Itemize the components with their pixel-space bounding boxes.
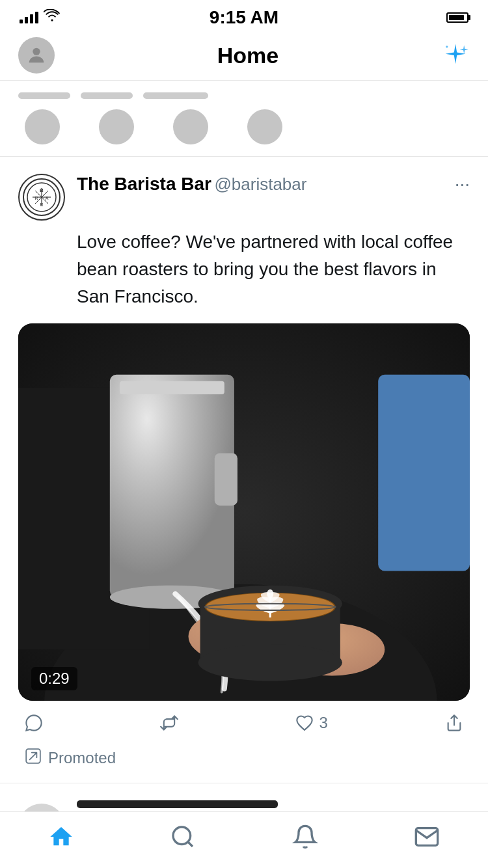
nav-bar: Home	[0, 31, 488, 81]
tweet-author-handle: @baristabar	[214, 174, 306, 194]
tweet-actions: 3	[18, 701, 470, 744]
promoted-row: Promoted	[18, 744, 470, 783]
svg-text:A: A	[46, 196, 49, 200]
promoted-arrow-icon	[25, 748, 42, 765]
video-duration: 0:29	[31, 667, 77, 690]
story-avatar-1[interactable]	[25, 109, 60, 144]
status-right	[446, 12, 468, 23]
svg-point-1	[446, 46, 448, 47]
status-left	[20, 9, 61, 25]
tweet-card: B R A R The Barista Bar @baristabar ··· …	[0, 157, 488, 783]
promoted-icon	[25, 748, 42, 768]
stories-circles	[18, 109, 470, 144]
story-avatar-4[interactable]	[247, 109, 282, 144]
story-line-3	[143, 92, 208, 99]
sparkle-button[interactable]	[441, 41, 470, 70]
status-bar: 9:15 AM	[0, 0, 488, 31]
stories-section	[0, 81, 488, 157]
like-count: 3	[319, 714, 327, 732]
messages-icon	[414, 824, 440, 850]
wifi-icon	[44, 9, 61, 25]
tab-messages[interactable]	[414, 824, 440, 850]
sparkle-icon	[441, 41, 470, 70]
like-button[interactable]: 3	[295, 714, 327, 732]
tweet-header-left: B R A R The Barista Bar @baristabar	[18, 174, 306, 221]
coffee-image	[18, 323, 470, 701]
battery-icon	[446, 12, 468, 23]
tweet-author-avatar[interactable]: B R A R	[18, 174, 65, 221]
home-icon	[48, 824, 74, 850]
tweet-author-info: The Barista Bar @baristabar	[77, 174, 306, 195]
tab-notifications[interactable]	[292, 824, 318, 850]
barista-logo-icon: B R A R	[22, 178, 61, 217]
stories-lines	[18, 92, 470, 99]
svg-rect-19	[215, 453, 237, 505]
tab-bar	[0, 811, 488, 868]
tab-home[interactable]	[48, 824, 74, 850]
svg-point-31	[267, 590, 273, 599]
share-button[interactable]	[445, 714, 463, 732]
retweet-icon	[160, 714, 178, 732]
user-avatar[interactable]	[18, 37, 55, 74]
tweet-body: Love coffee? We've partnered with local …	[77, 228, 470, 310]
svg-text:R: R	[40, 202, 43, 207]
svg-rect-14	[378, 375, 470, 571]
svg-point-28	[198, 644, 342, 681]
share-icon	[445, 714, 463, 732]
svg-rect-17	[120, 381, 224, 394]
search-icon	[170, 824, 196, 850]
svg-point-0	[33, 48, 40, 55]
story-line-1	[18, 92, 70, 99]
page-title: Home	[217, 43, 278, 68]
notifications-icon	[292, 824, 318, 850]
tweet-header: B R A R The Barista Bar @baristabar ···	[18, 174, 470, 221]
story-avatar-3[interactable]	[173, 109, 208, 144]
tab-search[interactable]	[170, 824, 196, 850]
retweet-button[interactable]	[160, 714, 178, 732]
status-time: 9:15 AM	[210, 7, 278, 28]
svg-text:R: R	[34, 196, 38, 200]
story-line-2	[81, 92, 133, 99]
skeleton-name-line	[77, 800, 278, 808]
signal-bars-icon	[20, 12, 38, 23]
tweet-author-name[interactable]: The Barista Bar	[77, 174, 211, 194]
tweet-media[interactable]: 0:29	[18, 323, 470, 701]
reply-button[interactable]	[25, 714, 43, 732]
svg-point-34	[173, 827, 191, 845]
reply-icon	[25, 714, 43, 732]
tweet-more-button[interactable]: ···	[455, 174, 470, 195]
like-icon	[295, 714, 314, 732]
person-icon	[25, 44, 47, 66]
promoted-label: Promoted	[48, 749, 116, 767]
story-avatar-2[interactable]	[99, 109, 134, 144]
